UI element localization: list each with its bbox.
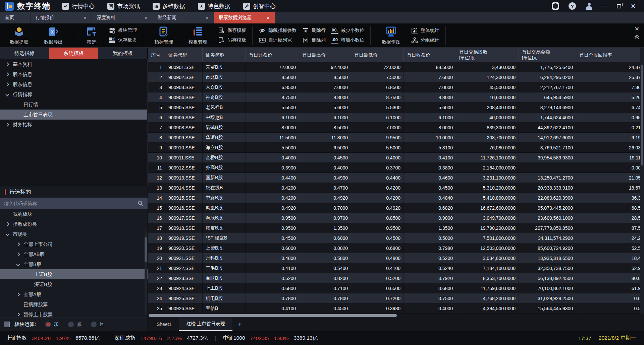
group-stats-button[interactable]: 分组统计 — [411, 37, 439, 44]
table-row[interactable]: 10900911.SSE金桥B股0.40000.45000.40000.4100… — [148, 153, 644, 163]
horizontal-scrollbar[interactable] — [148, 314, 644, 318]
hide-params-button[interactable]: 隐藏指标参数 — [259, 27, 297, 34]
table-row[interactable]: 24900925.SSE机电B股0.78000.78000.72000.7500… — [148, 293, 644, 303]
target-tree-item-2[interactable]: 市场类 — [0, 229, 148, 239]
search-icon[interactable] — [138, 200, 144, 206]
table-row[interactable]: 22900923.SSE百联B股0.52000.82000.52000.7920… — [148, 273, 644, 283]
target-tree-item-8[interactable]: 全部A股 — [0, 289, 148, 299]
target-tree-item-3[interactable]: 全部上市公司 — [0, 239, 148, 249]
decrease-decimal-button[interactable]: 00. 减少小数位 — [331, 27, 364, 34]
target-tree-item-1[interactable]: 指数成份类 — [0, 219, 148, 229]
indicator-tree-item-3[interactable]: 行情指标 — [0, 89, 147, 99]
tab-close-icon[interactable]: ✕ — [266, 15, 270, 20]
table-row[interactable]: 18900919.SSE*ST 绿庭B0.45000.60000.45000.5… — [148, 233, 644, 243]
tab-close-icon[interactable]: ✕ — [205, 15, 209, 20]
collapse-toolbar-icon[interactable] — [635, 35, 638, 39]
help-icon[interactable]: ? — [569, 2, 576, 10]
block-ops-checkbox[interactable] — [4, 322, 10, 327]
table-row[interactable]: 25900926.SSE宝信B0.41000.45000.39800.40004… — [148, 303, 644, 314]
table-row[interactable]: 17900918.SSE耀皮B股0.95001.35000.95001.3500… — [148, 223, 644, 233]
page-tab-0[interactable]: 首页 — [0, 12, 31, 23]
filter-button[interactable]: 筛选 — [77, 26, 106, 45]
column-header-2[interactable]: 证券简称 — [203, 48, 246, 62]
autofit-col-button[interactable]: 自适应列宽 — [259, 37, 297, 44]
indicator-manage-button[interactable]: 指标管理 — [147, 26, 181, 45]
close-button[interactable]: ✕ — [631, 2, 636, 10]
minimize-button[interactable] — [602, 6, 607, 6]
column-header-6[interactable]: 首日收盘价 — [404, 48, 456, 62]
column-header-5[interactable]: 首日最低价 — [351, 48, 404, 62]
page-tab-3[interactable]: 财经新闻✕ — [153, 12, 214, 23]
column-header-1[interactable]: 证券代码 — [165, 48, 203, 62]
indicator-tree-item-2[interactable]: 股东信息 — [0, 79, 147, 89]
menu-multidim-data[interactable]: 多维数据 — [153, 2, 185, 10]
delete-col-button[interactable]: 删除列 — [302, 37, 326, 44]
add-sheet-button[interactable]: + — [232, 321, 247, 328]
table-row[interactable]: 20900921.SSE丹科B股0.48000.58000.48000.5200… — [148, 253, 644, 263]
sidebar-tab-1[interactable]: 系统模板 — [49, 48, 99, 59]
target-tree-item-0[interactable]: 我的板块 — [0, 209, 148, 219]
template-manage-button[interactable]: 模板管理 — [181, 26, 215, 45]
column-header-0[interactable]: 序号 — [148, 48, 165, 62]
target-tree-item-6[interactable]: 上证B股 — [0, 269, 148, 279]
table-row[interactable]: 12900913.SSE国新B股0.44000.49000.44000.4600… — [148, 173, 644, 183]
radio-subtract[interactable]: 减 — [68, 321, 82, 328]
page-tab-2[interactable]: 深度资料✕ — [92, 12, 153, 23]
menu-ai-center[interactable]: 创智中心 — [243, 2, 276, 10]
table-row[interactable]: 11900912.SSE外高B股0.39000.40000.37000.3800… — [148, 163, 644, 173]
template-save-button[interactable]: 保存模板 — [218, 27, 246, 34]
column-header-7[interactable]: 首日交易股数[单位]股 — [456, 48, 519, 62]
toolbar-close-icon[interactable]: ✕ — [635, 25, 639, 32]
template-save-as-button[interactable]: 另存模板 — [218, 37, 246, 44]
data-extract-button[interactable]: 数据提取 — [2, 26, 36, 45]
sidebar-scrollbar[interactable] — [145, 231, 147, 315]
table-row[interactable]: 1900901.SSE云赛B股72.000092.400072.000088.5… — [148, 62, 644, 72]
target-tree-item-7[interactable]: 深证B股 — [0, 279, 148, 289]
sheet-tab-1[interactable]: 红橙 上市首日表现 — [179, 318, 232, 331]
table-row[interactable]: 3900903.SSE大众B股6.85007.00006.85007.00004… — [148, 82, 644, 92]
column-header-4[interactable]: 首日最高价 — [299, 48, 351, 62]
target-tree-item-4[interactable]: 全部AB股 — [0, 249, 148, 259]
radio-add[interactable]: 加 — [45, 321, 59, 328]
indicator-tree-item-0[interactable]: 基本资料 — [0, 59, 147, 69]
tab-close-icon[interactable]: ✕ — [83, 15, 87, 20]
target-tree-item-5[interactable]: 全部B股 — [0, 259, 148, 269]
table-row[interactable]: 14900915.SSE中路B股0.42000.49200.42000.4840… — [148, 193, 644, 203]
column-header-8[interactable]: 首日交易金额[单位]元 — [519, 48, 576, 62]
indicator-tree-item-5[interactable]: 上市首日表现 — [0, 110, 147, 120]
increase-decimal-button[interactable]: .00 增加小数位 — [331, 37, 364, 44]
block-manage-button[interactable]: 板块管理 — [108, 27, 137, 34]
sheet-tab-0[interactable]: Sheet1 — [149, 318, 179, 331]
table-row[interactable]: 13900914.SSE锦在线B0.42000.47000.42000.4500… — [148, 183, 644, 193]
menu-quote-center[interactable]: 行情中心 — [62, 2, 95, 10]
table-row[interactable]: 9900910.SSE海立B股5.50006.50005.50005.81007… — [148, 143, 644, 153]
column-header-3[interactable]: 首日开盘价 — [246, 48, 299, 62]
block-save-button[interactable]: 保存板块 — [108, 37, 137, 44]
vertical-scrollbar[interactable] — [640, 48, 644, 314]
indicator-tree-item-4[interactable]: 日行情 — [0, 99, 147, 110]
indicator-tree-item-6[interactable]: 财务指标 — [0, 120, 147, 130]
table-row[interactable]: 6900906.SSE中毅达B6.10006.10006.10006.10004… — [148, 113, 644, 123]
target-tree-item-9[interactable]: 已摘牌股票 — [0, 299, 148, 309]
column-header-9[interactable]: 首日个股回报率 — [576, 48, 644, 62]
table-row[interactable]: 21900922.SSE三毛B股0.41000.54000.41000.5240… — [148, 263, 644, 273]
table-row[interactable]: 16900917.SSE海欣B股0.95000.97000.85000.9000… — [148, 213, 644, 223]
data-chart-button[interactable]: 数据作图 — [374, 26, 408, 45]
message-icon[interactable] — [552, 2, 559, 10]
data-export-button[interactable]: X 数据导出 — [36, 26, 70, 45]
table-row[interactable]: 15900916.SSE凤凰B股0.49200.70000.49200.6820… — [148, 203, 644, 213]
table-row[interactable]: 4900904.SSE神奇B股8.75008.80008.75008.80001… — [148, 92, 644, 102]
table-row[interactable]: 7900908.SSE氯碱B股8.00008.50007.00008.00008… — [148, 123, 644, 133]
radio-and[interactable]: 且 — [91, 321, 104, 328]
page-tab-1[interactable]: 行情报价✕ — [31, 12, 92, 23]
sidebar-tab-0[interactable]: 待选指标 — [0, 48, 49, 59]
menu-featured-data[interactable]: ★ 特色数据 — [198, 2, 230, 10]
search-input[interactable] — [4, 201, 138, 206]
sidebar-tab-2[interactable]: 我的模板 — [98, 48, 148, 59]
menu-market-news[interactable]: 市场资讯 — [107, 2, 140, 10]
delete-row-button[interactable]: 删除行 — [302, 27, 326, 34]
table-row[interactable]: 5900905.SSE老凤祥B5.55005.60005.53005.60002… — [148, 102, 644, 113]
target-tree-item-10[interactable]: 暂停上市股票 — [0, 309, 148, 318]
table-row[interactable]: 8900909.SSE华谊B股11.500011.80009.950010.00… — [148, 133, 644, 143]
table-row[interactable]: 2900902.SSE市北B股8.50008.50007.50007.60001… — [148, 72, 644, 82]
